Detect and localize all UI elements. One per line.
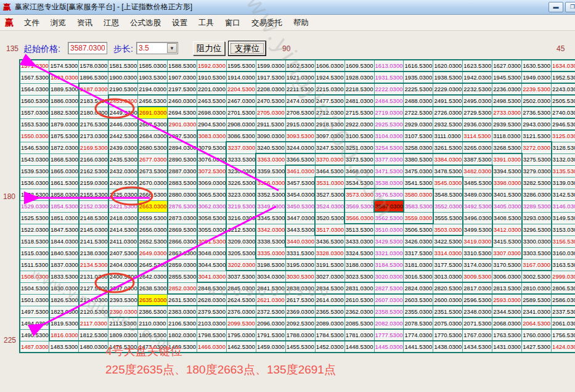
grid-cell: 2117.0300 — [79, 317, 108, 329]
grid-cell: 3002.5300 — [522, 271, 552, 282]
grid-cell: 3569.5300 — [345, 200, 374, 212]
grid-cell: 1914.0300 — [226, 71, 256, 83]
grid-cell: 3538.0300 — [374, 177, 404, 189]
menu-item-7[interactable]: 工具 — [193, 16, 219, 30]
step-label: 步长: — [113, 44, 133, 55]
menu-item-1[interactable]: 文件 — [18, 16, 45, 30]
grid-cell: 2631.5300 — [168, 294, 197, 306]
grid-cell: 2390.0300 — [108, 306, 138, 317]
grid-cell: 1865.0300 — [49, 165, 79, 177]
grid-cell: 3426.0300 — [404, 235, 433, 247]
grid-cell: 3454.0300 — [285, 189, 315, 200]
grid-cell: 3069.0300 — [197, 177, 227, 189]
grid-cell: 3013.0300 — [433, 271, 463, 282]
step-combobox[interactable]: 3.5 ▼ — [136, 42, 178, 54]
grid-row: 1518.53001844.03002141.53002411.03002652… — [20, 235, 575, 247]
grid-cell: 1588.5300 — [168, 60, 197, 71]
grid-cell: 1917.5300 — [256, 71, 285, 83]
grid-cell: 2701.5300 — [226, 107, 256, 118]
maximize-button[interactable]: ❐ — [565, 2, 575, 12]
grid-cell: 3531.0300 — [315, 177, 345, 189]
grid-cell: 1945.5300 — [492, 71, 522, 83]
menu-item-9[interactable]: 交易委托 — [246, 16, 288, 30]
support-button[interactable]: 支撑位 — [229, 41, 266, 55]
grid-cell: 1938.5300 — [433, 71, 463, 83]
grid-row: 1564.03001889.53002187.03002190.53002194… — [20, 83, 575, 95]
grid-cell: 2733.0300 — [492, 107, 522, 118]
menu-item-2[interactable]: 浏览 — [45, 16, 71, 30]
menu-item-5[interactable]: 公式选股 — [124, 16, 166, 30]
grid-cell: 2649.0300 — [138, 247, 168, 259]
grid-cell: 1438.0300 — [433, 341, 463, 353]
grid-cell: 3541.5300 — [404, 177, 433, 189]
window-title: 赢家江恩专业版[赢家服务平台] - [上证指数价格正方形] — [15, 2, 192, 12]
menu-item-10[interactable]: 帮助 — [288, 16, 314, 30]
grid-cell: 3083.0300 — [197, 130, 227, 142]
grid-cell: 1809.0300 — [108, 329, 138, 341]
grid-cell: 2215.0300 — [315, 83, 345, 95]
grid-cell: 3223.0300 — [226, 189, 256, 200]
grid-cell: 1532.5300 — [20, 189, 49, 200]
grid-cell: 3258.0300 — [404, 142, 433, 153]
grid-cell: 2362.0300 — [345, 306, 374, 317]
grid-cell: 3552.0300 — [433, 200, 463, 212]
grid-cell: 3440.0300 — [285, 235, 315, 247]
grid-cell: 1886.0300 — [49, 95, 79, 107]
grid-cell: 2176.5300 — [79, 118, 108, 130]
grid-row: 1487.03001483.53001480.03001476.53001473… — [20, 341, 575, 353]
grid-cell: 1770.5300 — [433, 329, 463, 341]
grid-cell: 3020.0300 — [374, 271, 404, 282]
grid-cell: 3464.5300 — [315, 165, 345, 177]
grid-cell: 3433.0300 — [345, 235, 374, 247]
grid-cell: 2425.0300 — [108, 189, 138, 200]
grid-cell: 1910.5300 — [197, 71, 227, 83]
grid-cell: 3419.0300 — [463, 235, 492, 247]
grid-cell: 1861.5300 — [49, 177, 79, 189]
grid-cell: 3058.5300 — [197, 212, 227, 224]
grid-cell: 2064.5300 — [522, 317, 552, 329]
grid-cell: 3261.5300 — [433, 142, 463, 153]
menu-item-4[interactable]: 江恩 — [98, 16, 124, 30]
grid-cell: 1574.5300 — [49, 60, 79, 71]
grid-cell: 3268.5300 — [492, 142, 522, 153]
menu-item-3[interactable]: 资讯 — [71, 16, 98, 30]
grid-cell: 2869.5300 — [168, 224, 197, 235]
annotation-line1: 4号大盘关键位 — [105, 343, 182, 359]
grid-cell: 1441.5300 — [404, 341, 433, 353]
chevron-down-icon[interactable]: ▼ — [167, 43, 177, 53]
grid-cell: 3170.5300 — [492, 259, 522, 271]
grid-cell: 3496.0300 — [463, 212, 492, 224]
grid-cell: 3254.5300 — [374, 142, 404, 153]
grid-cell: 2078.5300 — [404, 317, 433, 329]
grid-cell: 2474.0300 — [285, 95, 315, 107]
grid-cell: 3041.0300 — [197, 271, 227, 282]
grid-cell: 3076.0300 — [197, 153, 227, 165]
grid-cell: 2603.5300 — [404, 294, 433, 306]
grid-cell: 2082.0300 — [374, 317, 404, 329]
grid-cell: 3562.5300 — [374, 212, 404, 224]
grid-cell: 1515.0300 — [20, 247, 49, 259]
grid-cell: 3293.0300 — [522, 212, 552, 224]
grid-cell: 1819.5300 — [49, 317, 79, 329]
start-price-input[interactable] — [68, 42, 107, 54]
grid-cell: 3016.5300 — [404, 271, 433, 282]
grid-cell: 2596.5300 — [463, 294, 492, 306]
grid-row: 1522.03001847.53002145.03002414.53002656… — [20, 224, 575, 235]
minimize-button[interactable]: ▬ — [548, 2, 563, 12]
grid-cell: 1560.5300 — [20, 95, 49, 107]
grid-cell: 1784.5300 — [315, 329, 345, 341]
grid-cell: 2922.0300 — [345, 118, 374, 130]
grid-cell: 3307.0300 — [492, 247, 522, 259]
grid-cell: 3328.0300 — [315, 247, 345, 259]
grid-row: 1571.03001574.53001578.03001581.53001585… — [20, 60, 575, 71]
grid-cell: 2722.5300 — [404, 107, 433, 118]
grid-cell: 3181.0300 — [404, 259, 433, 271]
grid-cell: 3478.5300 — [433, 165, 463, 177]
menu-item-8[interactable]: 窗口 — [219, 16, 246, 30]
grid-cell: 3030.5300 — [285, 271, 315, 282]
resistance-button[interactable]: 阻力位 — [193, 41, 225, 55]
grid-cell: 2103.0300 — [197, 317, 227, 329]
menu-item-6[interactable]: 设置 — [166, 16, 193, 30]
grid-cell: 2236.0300 — [492, 83, 522, 95]
grid-cell: 1522.0300 — [20, 224, 49, 235]
